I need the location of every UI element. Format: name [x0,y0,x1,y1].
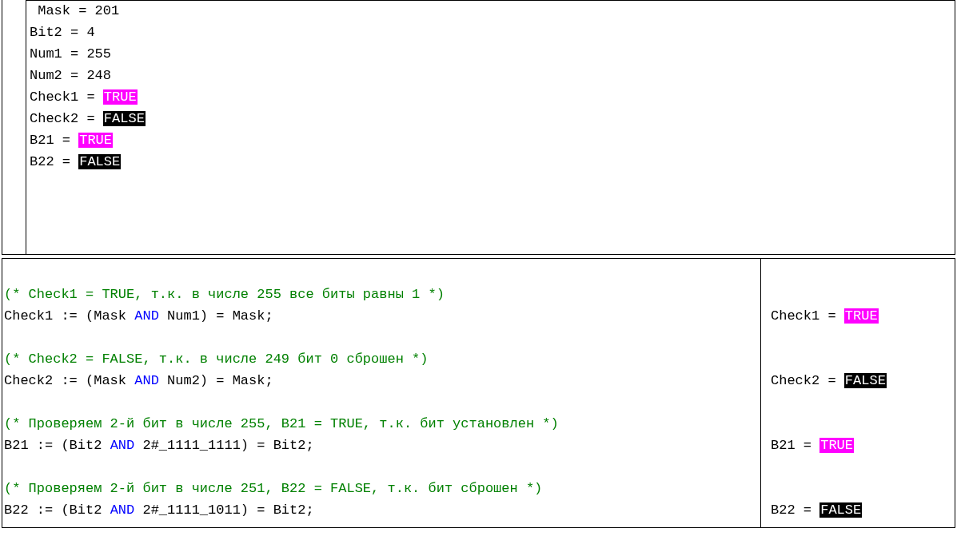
code-comment: (* Проверяем 2-й бит в числе 255, B21 = … [4,416,559,431]
result-name: B22 [771,502,796,518]
code-text: Check2 := (Mask [4,373,134,388]
equals-sign: = [62,25,87,40]
var-value-false: FALSE [103,111,146,126]
var-value: 255 [86,46,111,62]
result-value-false: FALSE [819,502,862,518]
result-row: Check2 = FALSE [771,370,955,391]
code-line: Check1 := (Mask AND Num1) = Mask; [4,305,760,327]
result-value-false: FALSE [844,373,887,388]
equals-sign: = [819,373,844,388]
var-name: Num2 [30,68,62,83]
result-name: Check1 [771,308,819,324]
equals-sign: = [796,502,820,518]
variable-declaration-pane: Mask = 201 Bit2 = 4 Num1 = 255 Num2 = 24… [2,0,955,255]
equals-sign: = [62,46,87,62]
var-name: Num1 [30,46,62,62]
var-value-true: TRUE [78,133,113,148]
var-row: Num2 = 248 [30,65,146,86]
result-row: B22 = FALSE [771,499,955,521]
code-editor-pane[interactable]: (* Check1 = TRUE, т.к. в числе 255 все б… [2,258,761,528]
var-row: Mask = 201 [30,0,146,22]
equals-sign: = [819,308,844,324]
var-row: Bit2 = 4 [30,22,146,43]
var-value: 201 [95,3,120,18]
var-row: B21 = TRUE [30,129,146,151]
var-value-true: TRUE [103,89,138,105]
code-comment: (* Check1 = TRUE, т.к. в числе 255 все б… [4,287,445,302]
var-value-false: FALSE [78,154,121,169]
equals-sign: = [78,89,103,105]
var-name: Bit2 [30,25,62,40]
equals-sign: = [54,154,79,169]
var-name: Check2 [30,111,78,126]
result-name: Check2 [771,373,819,388]
result-name: B21 [771,438,796,453]
code-comment: (* Check2 = FALSE, т.к. в числе 249 бит … [4,351,429,367]
gutter [2,0,26,254]
var-name: Check1 [30,89,78,105]
equals-sign: = [796,438,820,453]
code-line: Check2 := (Mask AND Num2) = Mask; [4,370,760,391]
bottom-split: (* Check1 = TRUE, т.к. в числе 255 все б… [2,258,955,528]
var-name: B22 [30,154,54,169]
var-value: 248 [86,68,111,83]
code-text: 2#_1111_1111) = Bit2; [134,438,313,453]
code-text: Num2) = Mask; [159,373,273,388]
variable-list: Mask = 201 Bit2 = 4 Num1 = 255 Num2 = 24… [26,0,146,254]
var-row: B22 = FALSE [30,151,146,173]
code-text: B22 := (Bit2 [4,502,110,518]
equals-sign: = [78,111,103,126]
var-name: Mask [38,3,70,18]
equals-sign: = [70,3,95,18]
var-row: Check1 = TRUE [30,86,146,108]
code-line: B21 := (Bit2 AND 2#_1111_1111) = Bit2; [4,435,760,456]
code-text: Num1) = Mask; [159,308,273,324]
keyword-and: AND [134,308,159,324]
code-text: 2#_1111_1011) = Bit2; [134,502,313,518]
equals-sign: = [62,68,87,83]
online-values-pane: Check1 = TRUE Check2 = FALSE B21 = TRUE … [761,258,955,528]
code-comment: (* Проверяем 2-й бит в числе 251, B22 = … [4,481,542,496]
code-text: B21 := (Bit2 [4,438,110,453]
var-value: 4 [86,25,94,40]
result-row: Check1 = TRUE [771,305,955,327]
equals-sign: = [54,133,79,148]
code-line: B22 := (Bit2 AND 2#_1111_1011) = Bit2; [4,499,760,521]
result-row: B21 = TRUE [771,435,955,456]
keyword-and: AND [110,438,135,453]
result-value-true: TRUE [819,438,854,453]
keyword-and: AND [110,502,135,518]
var-row: Check2 = FALSE [30,108,146,129]
code-text: Check1 := (Mask [4,308,134,324]
var-name: B21 [30,133,54,148]
result-value-true: TRUE [844,308,879,324]
var-row: Num1 = 255 [30,43,146,65]
keyword-and: AND [134,373,159,388]
